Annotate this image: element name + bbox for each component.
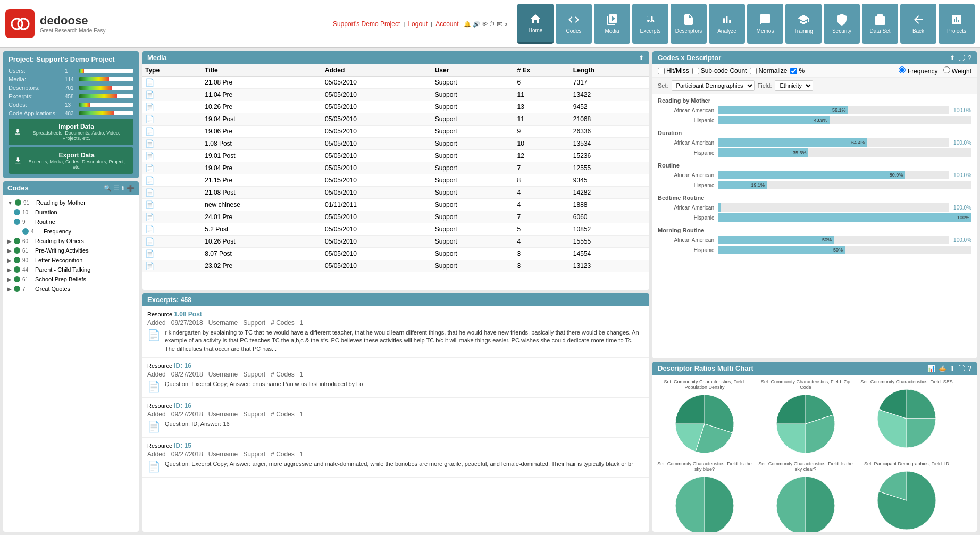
set-select[interactable]: Participant Demographics: [672, 80, 755, 91]
table-row[interactable]: 📄 10.26 Pre 05/05/2010 Support 13 9452: [142, 101, 649, 113]
pie-chart-label: Set: Community Characteristics, Field: Z…: [758, 379, 853, 390]
pie-chart-item: Set: Participant Demographics, Field: ID: [859, 461, 954, 532]
col-added[interactable]: Added: [322, 64, 432, 77]
nav-dataset-button[interactable]: Data Set: [862, 4, 898, 44]
cell-added: 05/05/2010: [322, 126, 432, 138]
frequency-radio[interactable]: [899, 66, 906, 73]
list-item[interactable]: Resource 1.08 Post Added 09/27/2018 User…: [142, 306, 649, 358]
doc-icon: 📄: [145, 237, 154, 246]
nav-analyze-button[interactable]: Analyze: [709, 4, 745, 44]
search-icon[interactable]: 🔍: [104, 185, 112, 192]
table-row[interactable]: 📄 new chinese 01/11/2011 Support 4 1888: [142, 199, 649, 211]
nav-memos-button[interactable]: Memos: [747, 4, 783, 44]
bar-container: 80.9%: [718, 171, 949, 179]
weight-radio-label[interactable]: Weight: [943, 66, 971, 75]
field-select[interactable]: Ethnicity: [775, 80, 813, 91]
excerpt-text: Question: Excerpt Copy; Answer: arger, m…: [165, 460, 644, 473]
col-length[interactable]: Length: [570, 64, 649, 77]
bar-row: Hispanic 43.9%: [658, 116, 971, 124]
table-row[interactable]: 📄 19.01 Post 05/05/2010 Support 12 15236: [142, 150, 649, 162]
logout-link[interactable]: Logout: [408, 20, 428, 28]
nav-back-button[interactable]: Back: [900, 4, 936, 44]
help-icon[interactable]: ?: [968, 54, 971, 62]
nav-descriptors-button[interactable]: Descriptors: [671, 4, 707, 44]
table-row[interactable]: 📄 1.08 Post 05/05/2010 Support 10 13534: [142, 138, 649, 150]
pie-chart-svg: [774, 474, 837, 532]
table-row[interactable]: 📄 19.06 Pre 05/05/2010 Support 9 26336: [142, 126, 649, 138]
stat-bar-bg: [79, 69, 133, 73]
col-title[interactable]: Title: [202, 64, 322, 77]
table-row[interactable]: 📄 21.08 Pre 05/05/2010 Support 6 7317: [142, 77, 649, 89]
chart-pie-icon[interactable]: 🥧: [939, 365, 947, 372]
sub-code-checkbox[interactable]: Sub-code Count: [692, 67, 747, 74]
table-row[interactable]: 📄 19.04 Pre 05/05/2010 Support 7 12555: [142, 162, 649, 174]
frequency-radio-label[interactable]: Frequency: [899, 66, 937, 75]
descriptor-upload-icon[interactable]: ⬆: [950, 365, 955, 372]
upload-icon[interactable]: ⬆: [950, 54, 955, 62]
code-item[interactable]: 9 Routine: [5, 217, 137, 227]
code-item[interactable]: ▶ 61 Pre-Writing Activities: [5, 246, 137, 255]
sub-code-check[interactable]: [692, 68, 699, 74]
hit-miss-checkbox[interactable]: Hit/Miss: [658, 67, 689, 74]
code-item[interactable]: 10 Duration: [5, 207, 137, 217]
nav-media-button[interactable]: Media: [594, 4, 630, 44]
app-logo[interactable]: [5, 9, 35, 38]
weight-radio[interactable]: [943, 66, 950, 73]
nav-projects-button[interactable]: Projects: [939, 4, 975, 44]
descriptor-expand-icon[interactable]: ⛶: [958, 365, 965, 372]
descriptor-help-icon[interactable]: ?: [968, 365, 971, 372]
excerpts-scroll[interactable]: Resource 1.08 Post Added 09/27/2018 User…: [142, 306, 649, 532]
table-row[interactable]: 📄 5.2 Post 05/05/2010 Support 5 10852: [142, 223, 649, 236]
col-user[interactable]: User: [432, 64, 514, 77]
table-row[interactable]: 📄 23.02 Pre 05/05/2010 Support 3 13123: [142, 260, 649, 272]
pct-checkbox[interactable]: %: [790, 67, 805, 74]
hit-miss-check[interactable]: [658, 68, 665, 74]
table-row[interactable]: 📄 10.26 Post 05/05/2010 Support 4 15555: [142, 236, 649, 248]
expand-icon[interactable]: ⛶: [958, 54, 965, 62]
code-item[interactable]: ▶ 90 Letter Recognition: [5, 255, 137, 265]
nav-security-button[interactable]: Security: [824, 4, 860, 44]
list-item[interactable]: Resource ID: 16 Added 09/27/2018 Usernam…: [142, 358, 649, 398]
media-table-scroll[interactable]: Type Title Added User # Ex Length 📄 21.0…: [142, 64, 649, 290]
filter-icon[interactable]: ☰: [114, 185, 120, 192]
col-type[interactable]: Type: [142, 64, 202, 77]
col-ex[interactable]: # Ex: [514, 64, 570, 77]
table-row[interactable]: 📄 21.08 Post 05/05/2010 Support 4 14282: [142, 187, 649, 199]
nav-excerpts-button[interactable]: Excerpts: [632, 4, 668, 44]
code-item[interactable]: 4 Frequency: [5, 227, 137, 236]
nav-training-button[interactable]: Training: [785, 4, 822, 44]
table-row[interactable]: 📄 21.15 Pre 05/05/2010 Support 8 9345: [142, 174, 649, 187]
media-header-icons: ⬆: [639, 54, 644, 62]
media-upload-icon[interactable]: ⬆: [639, 54, 644, 62]
code-item[interactable]: ▼ 91 Reading by Mother: [5, 198, 137, 207]
table-row[interactable]: 📄 19.04 Post 05/05/2010 Support 11 21068: [142, 113, 649, 126]
descriptor-multi-header: Descriptor Ratios Multi Chart 📊 🥧 ⬆ ⛶ ?: [652, 362, 977, 375]
account-link[interactable]: Account: [435, 20, 458, 28]
cell-type: 📄: [142, 113, 202, 126]
nav-codes-button[interactable]: Codes: [556, 4, 592, 44]
pct-check[interactable]: [790, 68, 797, 74]
cell-ex: 7: [514, 162, 570, 174]
code-item[interactable]: ▶ 61 School Prep Beliefs: [5, 274, 137, 284]
nav-home-button[interactable]: Home: [517, 4, 554, 44]
code-item[interactable]: ▶ 7 Great Quotes: [5, 284, 137, 294]
table-row[interactable]: 📄 8.07 Post 05/05/2010 Support 3 14554: [142, 248, 649, 260]
cell-title: 5.2 Post: [202, 223, 322, 236]
nav-descriptors-label: Descriptors: [675, 28, 702, 34]
list-item[interactable]: Resource ID: 15 Added 09/27/2018 Usernam…: [142, 438, 649, 478]
normalize-check[interactable]: [750, 68, 757, 74]
list-item[interactable]: Resource ID: 16 Added 09/27/2018 Usernam…: [142, 398, 649, 438]
code-item[interactable]: ▶ 60 Reading by Others: [5, 236, 137, 246]
nav-projects-label: Projects: [947, 28, 966, 34]
normalize-checkbox[interactable]: Normalize: [750, 67, 787, 74]
pie-chart-svg: [774, 392, 837, 456]
code-item[interactable]: ▶ 44 Parent - Child Talking: [5, 265, 137, 274]
chart-bar-icon[interactable]: 📊: [927, 365, 935, 372]
export-data-button[interactable]: Export Data Excerpts, Media, Codes, Desc…: [9, 147, 133, 174]
add-code-icon[interactable]: ➕: [127, 185, 135, 192]
table-row[interactable]: 📄 11.04 Pre 05/05/2010 Support 11 13422: [142, 89, 649, 101]
info-icon[interactable]: ℹ: [122, 185, 124, 192]
import-data-button[interactable]: Import Data Spreadsheets, Documents, Aud…: [9, 119, 133, 145]
chart-scroll[interactable]: Reading by Mother African American 56.1%…: [652, 94, 977, 358]
table-row[interactable]: 📄 24.01 Pre 05/05/2010 Support 7 6060: [142, 211, 649, 223]
